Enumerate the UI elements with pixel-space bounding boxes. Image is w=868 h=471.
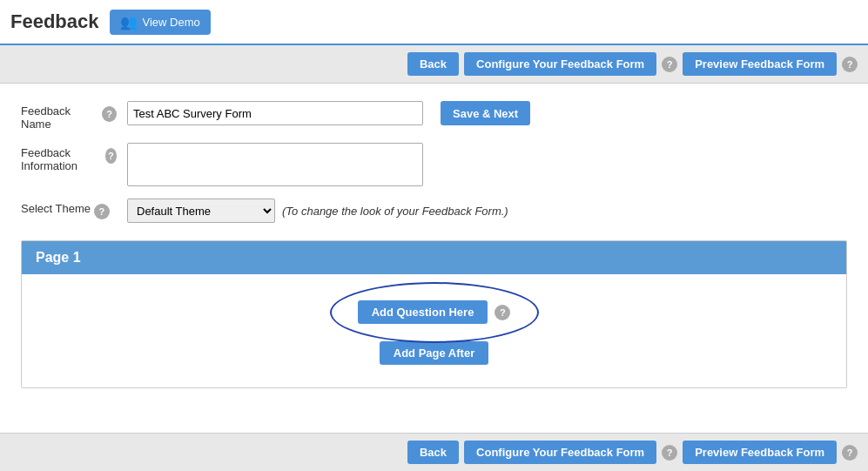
select-theme-row: Select Theme ? Default Theme (To change … <box>21 198 847 223</box>
theme-select[interactable]: Default Theme <box>127 198 275 223</box>
bottom-configure-help-icon[interactable]: ? <box>662 445 677 459</box>
page-section: Page 1 Add Question Here ? Add Page Afte… <box>21 240 847 388</box>
feedback-name-help-icon[interactable]: ? <box>102 106 117 122</box>
preview-help-icon[interactable]: ? <box>842 57 858 72</box>
configure-button[interactable]: Configure Your Feedback Form <box>464 52 656 76</box>
theme-select-wrap: Default Theme (To change the look of you… <box>127 198 508 223</box>
add-question-help-icon[interactable]: ? <box>495 305 510 320</box>
bottom-preview-button[interactable]: Preview Feedback Form <box>683 441 837 458</box>
feedback-name-row: Feedback Name ? Save & Next <box>21 101 847 131</box>
back-button[interactable]: Back <box>407 52 459 76</box>
feedback-info-help-icon[interactable]: ? <box>105 148 117 164</box>
page-body: Add Question Here ? Add Page After <box>22 274 846 387</box>
add-page-button[interactable]: Add Page After <box>380 341 488 365</box>
app-title: Feedback <box>10 10 99 33</box>
feedback-info-label: Feedback Information ? <box>21 143 117 172</box>
main-content: Feedback Name ? Save & Next Feedback Inf… <box>0 84 868 458</box>
bottom-preview-help-icon[interactable]: ? <box>842 445 858 459</box>
bottom-toolbar: Back Configure Your Feedback Form ? Prev… <box>0 433 868 458</box>
page-header: Page 1 <box>22 241 846 274</box>
theme-hint: (To change the look of your Feedback For… <box>282 205 508 218</box>
select-theme-label: Select Theme ? <box>21 198 117 219</box>
top-toolbar: Back Configure Your Feedback Form ? Prev… <box>0 45 868 84</box>
select-theme-help-icon[interactable]: ? <box>94 204 110 219</box>
bottom-back-button[interactable]: Back <box>407 441 459 458</box>
feedback-name-input[interactable] <box>127 101 423 125</box>
add-question-button[interactable]: Add Question Here <box>358 300 488 324</box>
view-demo-button[interactable]: 👥 View Demo <box>110 10 211 35</box>
feedback-name-label: Feedback Name ? <box>21 101 117 131</box>
preview-button[interactable]: Preview Feedback Form <box>683 52 837 76</box>
add-question-wrap: Add Question Here ? <box>358 300 511 324</box>
users-icon: 👥 <box>120 14 138 30</box>
save-next-button[interactable]: Save & Next <box>441 101 530 125</box>
feedback-info-row: Feedback Information ? <box>21 143 847 186</box>
view-demo-label: View Demo <box>143 16 200 29</box>
header: Feedback 👥 View Demo <box>0 0 868 45</box>
feedback-info-textarea[interactable] <box>127 143 423 186</box>
bottom-configure-button[interactable]: Configure Your Feedback Form <box>464 441 656 458</box>
configure-help-icon[interactable]: ? <box>662 57 677 72</box>
add-question-inner: Add Question Here ? <box>358 300 511 324</box>
